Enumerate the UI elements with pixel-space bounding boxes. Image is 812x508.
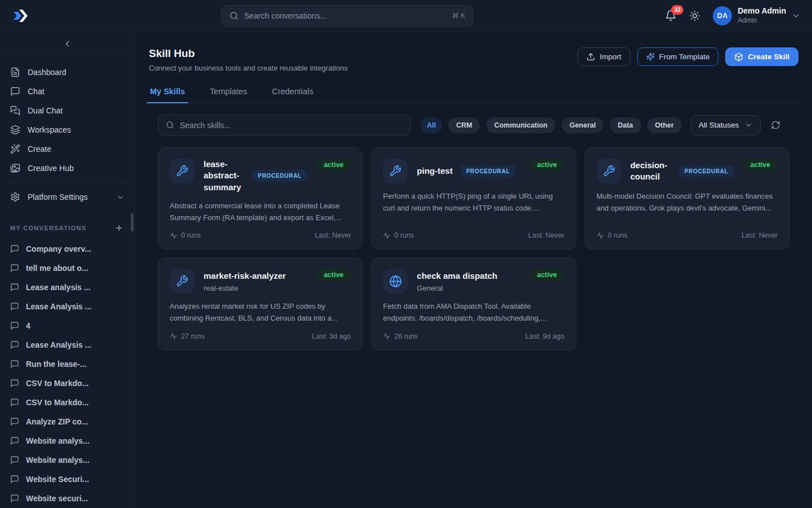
card-footer: 0 runs Last: Never	[383, 224, 564, 239]
conversation-item[interactable]: Lease Analysis ...	[5, 335, 130, 354]
sidebar: Dashboard Chat Dual Chat Workspaces Crea…	[0, 32, 135, 508]
conversation-item[interactable]: Company overv...	[5, 239, 130, 259]
chat-bubble-icon	[10, 456, 19, 465]
theme-toggle-button[interactable]	[689, 10, 700, 21]
tab-credentials[interactable]: Credentials	[271, 87, 314, 103]
conversation-item[interactable]: Website analys...	[5, 431, 130, 450]
conversation-item[interactable]: CSV to Markdo...	[5, 393, 130, 412]
skill-search-input[interactable]	[180, 121, 403, 130]
topbar-actions: 33 DA Demo Admin Admin	[665, 6, 801, 25]
activity-icon	[383, 232, 390, 239]
status-filter-select[interactable]: All Statuses	[691, 115, 761, 135]
skill-title: decision-council	[630, 160, 671, 183]
chat-bubble-icon	[10, 360, 19, 369]
wrench-icon	[170, 269, 195, 294]
chat-bubble-icon	[10, 244, 19, 253]
page-actions: Import From Template Create Skill	[577, 47, 798, 66]
last-run-label: Last: Never	[315, 231, 351, 239]
conversation-item[interactable]: Lease analysis ...	[5, 278, 130, 297]
conversations-list: Company overv... tell me about o... Leas…	[0, 234, 135, 508]
skill-card-lease-abstract-summary[interactable]: lease-abstract-summary PROCEDURAL active…	[158, 147, 363, 249]
last-run-label: Last: Never	[528, 231, 564, 239]
sun-icon	[689, 10, 700, 21]
conversation-item[interactable]: Website securi...	[5, 489, 130, 508]
image-icon	[10, 163, 20, 173]
sidebar-item-creative-hub[interactable]: Creative Hub	[5, 159, 130, 178]
sidebar-item-workspaces[interactable]: Workspaces	[5, 120, 130, 139]
conversation-item[interactable]: Lease Analysis ...	[5, 297, 130, 316]
card-title-block: ping-test PROCEDURAL	[417, 159, 520, 183]
create-skill-button[interactable]: Create Skill	[725, 47, 798, 66]
sidebar-item-dual-chat[interactable]: Dual Chat	[5, 101, 130, 120]
page-title: Skill Hub	[149, 47, 348, 60]
page-header: Skill Hub Connect your business tools an…	[149, 47, 798, 72]
sidebar-collapse-button[interactable]	[60, 37, 74, 51]
create-skill-label: Create Skill	[748, 52, 789, 61]
app-logo-icon	[11, 7, 30, 25]
import-button[interactable]: Import	[577, 47, 630, 66]
sidebar-item-create[interactable]: Create	[5, 139, 130, 159]
conversation-label: Lease Analysis ...	[26, 340, 91, 349]
conversation-item[interactable]: Analyze ZIP co...	[5, 412, 130, 431]
from-template-button[interactable]: From Template	[637, 47, 719, 66]
global-search[interactable]: ⌘ K	[221, 5, 474, 27]
conversation-item[interactable]: 4	[5, 316, 130, 335]
page-subtitle: Connect your business tools and create r…	[149, 64, 348, 72]
filter-chip-data[interactable]: Data	[610, 117, 641, 133]
conversation-item[interactable]: Website analys...	[5, 450, 130, 470]
global-search-input[interactable]	[244, 11, 447, 20]
sidebar-item-chat[interactable]: Chat	[5, 82, 130, 101]
conversation-label: tell me about o...	[26, 264, 88, 273]
skill-card-check-ama-dispatch[interactable]: check ama dispatch General active Fetch …	[371, 257, 576, 351]
from-template-label: From Template	[659, 52, 710, 61]
skill-card-market-risk-analyzer[interactable]: market-risk-analyzer real-estate active …	[158, 257, 363, 351]
chat-bubble-icon	[10, 398, 19, 407]
refresh-button[interactable]	[769, 118, 783, 132]
last-run-label: Last: 9d ago	[526, 332, 564, 340]
card-title-block: check ama dispatch General	[417, 269, 520, 294]
sidebar-item-platform-settings[interactable]: Platform Settings	[5, 187, 130, 207]
new-conversation-button[interactable]	[113, 222, 125, 234]
filter-chip-communication[interactable]: Communication	[486, 117, 555, 133]
card-title-block: decision-council PROCEDURAL	[630, 159, 734, 183]
runs-count: 0 runs	[170, 231, 201, 239]
filter-chip-other[interactable]: Other	[647, 117, 682, 133]
last-run-label: Last: 3d ago	[312, 332, 351, 340]
skill-card-decision-council[interactable]: decision-council PROCEDURAL active Multi…	[585, 147, 789, 249]
skill-search[interactable]	[158, 115, 411, 135]
user-menu[interactable]: DA Demo Admin Admin	[713, 6, 801, 25]
filter-chip-crm[interactable]: CRM	[448, 117, 480, 133]
card-header: check ama dispatch General active	[383, 269, 564, 294]
avatar: DA	[713, 6, 732, 25]
search-icon	[230, 11, 239, 20]
conversation-item[interactable]: tell me about o...	[5, 259, 130, 278]
runs-label: 0 runs	[394, 231, 414, 239]
filter-chip-general[interactable]: General	[562, 117, 604, 133]
skill-title: lease-abstract-summary	[204, 159, 244, 193]
tab-templates[interactable]: Templates	[209, 87, 248, 103]
runs-label: 0 runs	[608, 231, 628, 239]
sidebar-item-label: Chat	[28, 87, 45, 96]
status-badge: active	[529, 269, 564, 281]
runs-count: 26 runs	[383, 332, 418, 340]
page-header-text: Skill Hub Connect your business tools an…	[149, 47, 348, 72]
type-badge: PROCEDURAL	[252, 170, 307, 182]
conversation-item[interactable]: Run the lease-...	[5, 354, 130, 374]
chat-bubble-icon	[10, 86, 20, 97]
skill-title: ping-test	[417, 165, 452, 177]
tab-my-skills[interactable]: My Skills	[149, 87, 186, 103]
sidebar-scrollbar-thumb[interactable]	[131, 213, 134, 231]
refresh-icon	[771, 120, 780, 130]
card-footer: 26 runs Last: 9d ago	[383, 325, 564, 340]
sidebar-item-dashboard[interactable]: Dashboard	[5, 63, 130, 82]
user-name: Demo Admin	[738, 6, 786, 16]
filter-chip-all[interactable]: All	[421, 117, 442, 133]
chat-bubble-icon	[10, 417, 19, 426]
notifications-button[interactable]: 33	[665, 10, 677, 21]
app-logo[interactable]	[11, 7, 30, 25]
runs-count: 0 runs	[383, 231, 414, 239]
sidebar-item-label: Create	[28, 144, 51, 154]
conversation-item[interactable]: CSV to Markdo...	[5, 374, 130, 393]
conversation-item[interactable]: Website Securi...	[5, 470, 130, 489]
skill-card-ping-test[interactable]: ping-test PROCEDURAL active Perform a qu…	[371, 147, 576, 249]
